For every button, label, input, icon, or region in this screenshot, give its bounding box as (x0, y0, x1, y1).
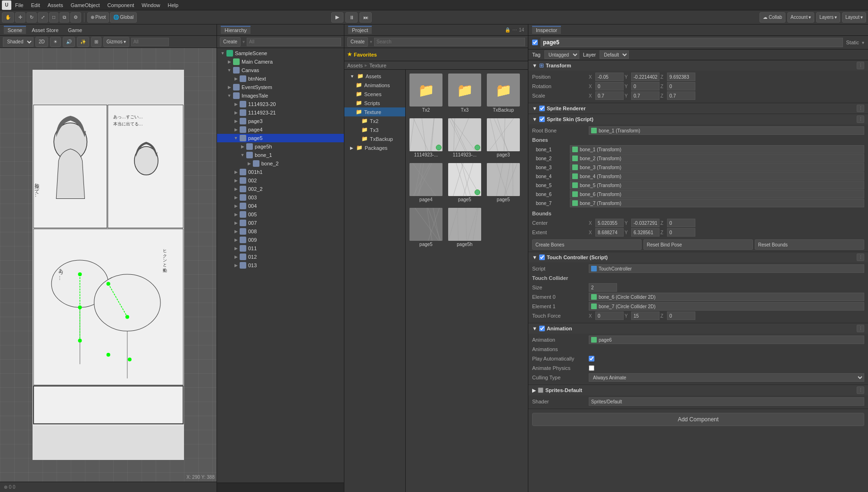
create-bones-btn[interactable]: Create Bones (532, 239, 642, 250)
hierarchy-item-1114923-20[interactable]: ▶1114923-20 (217, 100, 344, 108)
tab-inspector[interactable]: Inspector (532, 26, 561, 34)
shader-ref[interactable]: Sprites/Default (589, 397, 864, 406)
hierarchy-item-013[interactable]: ▶013 (217, 261, 344, 270)
asset-item-page5h[interactable]: page5h (446, 206, 483, 249)
layers-btn[interactable]: Layers ▾ (816, 12, 840, 23)
menu-gameobject[interactable]: GameObject (67, 1, 104, 9)
rotate-tool[interactable]: ↻ (26, 12, 37, 23)
hierarchy-item-1114923-21[interactable]: ▶1114923-21 (217, 108, 344, 117)
animation-enabled[interactable] (539, 326, 545, 331)
hierarchy-search[interactable] (247, 38, 341, 46)
hierarchy-item-002[interactable]: ▶002 (217, 176, 344, 185)
center-z-input[interactable] (667, 219, 695, 227)
sprites-default-header[interactable]: ▶ Sprites-Default ⋮ (528, 385, 868, 395)
scene-grid-btn[interactable]: ⊞ (91, 37, 101, 47)
hierarchy-item-bone-2[interactable]: ▶bone_2 (217, 159, 344, 168)
scene-search[interactable] (131, 38, 169, 46)
account-btn[interactable]: Account ▾ (787, 12, 814, 23)
asset-item-page3[interactable]: page3 (485, 116, 522, 159)
hierarchy-item-007[interactable]: ▶007 (217, 219, 344, 227)
shaded-dropdown[interactable]: Shaded (3, 37, 33, 47)
sprite-renderer-menu-btn[interactable]: ⋮ (857, 105, 864, 112)
play-button[interactable]: ▶ (331, 12, 343, 23)
hierarchy-item-sample-scene[interactable]: ▼SampleScene (217, 49, 344, 57)
pos-y-input[interactable] (631, 73, 659, 81)
sprites-default-menu-btn[interactable]: ⋮ (857, 386, 864, 394)
project-sidebar-assets[interactable]: ▼📁Assets (344, 72, 405, 81)
bone-ref[interactable]: bone_2 (Transform) (570, 154, 864, 163)
asset-item-tx3[interactable]: 📁Tx3 (446, 72, 483, 115)
project-search[interactable] (374, 38, 525, 46)
project-sidebar-tx2[interactable]: 📁Tx2 (344, 116, 405, 125)
2d-btn[interactable]: 2D (35, 37, 48, 47)
bone-ref[interactable]: bone_7 (Transform) (570, 199, 864, 207)
size-input[interactable] (589, 283, 617, 292)
menu-file[interactable]: File (11, 1, 27, 9)
hierarchy-item-bone-1[interactable]: ▼bone_1 (217, 151, 344, 159)
touch-controller-header[interactable]: ▼ Touch Controller (Script) ⋮ (528, 252, 868, 262)
root-bone-ref[interactable]: bone_1 (Transform) (589, 126, 864, 135)
pause-button[interactable]: ⏸ (345, 12, 358, 23)
rot-y-input[interactable] (631, 82, 659, 90)
scene-view[interactable]: 推して… あっ…すごい… 本当に出てる… あっ… ヒクンと動く (0, 48, 217, 482)
sprite-skin-menu-btn[interactable]: ⋮ (857, 115, 864, 123)
transform-menu-btn[interactable]: ⋮ (857, 62, 864, 69)
menu-help[interactable]: Help (164, 1, 182, 9)
scale-tool[interactable]: ⤢ (38, 12, 48, 23)
touch-force-z-input[interactable] (667, 312, 695, 320)
asset-item-page5b[interactable]: page5 (485, 161, 522, 204)
layout-btn[interactable]: Layout ▾ (842, 12, 866, 23)
asset-item-page5[interactable]: page5 (446, 161, 483, 204)
hierarchy-item-002-2[interactable]: ▶002_2 (217, 185, 344, 193)
project-sidebar-animations[interactable]: 📁Animations (344, 81, 405, 90)
animation-menu-btn[interactable]: ⋮ (857, 325, 864, 332)
menu-window[interactable]: Window (138, 1, 164, 9)
scale-y-input[interactable] (631, 91, 659, 100)
hierarchy-item-main-camera[interactable]: ▶Main Camera (217, 57, 344, 66)
sprites-default-enabled[interactable] (538, 387, 543, 393)
element0-ref[interactable]: bone_6 (Circle Collider 2D) (589, 293, 864, 301)
hierarchy-item-page3[interactable]: ▶page3 (217, 117, 344, 125)
project-create-btn[interactable]: Create (347, 37, 368, 47)
asset-item-page5-2[interactable]: page5 (408, 206, 444, 249)
asset-item-1114923-1[interactable]: 1114923-... (408, 116, 444, 159)
project-sidebar-packages[interactable]: ▶📁Packages (344, 143, 405, 152)
sprite-skin-enabled[interactable] (539, 116, 545, 122)
collab-btn[interactable]: ☁ Collab (760, 12, 785, 23)
transform-tool[interactable]: ⧉ (59, 12, 69, 23)
object-enabled-checkbox[interactable] (532, 40, 538, 45)
gizmos-btn[interactable]: Gizmos ▾ (103, 37, 129, 47)
sprite-renderer-enabled[interactable] (539, 106, 545, 111)
hierarchy-create-btn[interactable]: Create (220, 37, 241, 47)
touch-controller-enabled[interactable] (539, 254, 545, 260)
reset-bounds-btn[interactable]: Reset Bounds (755, 239, 864, 250)
element1-ref[interactable]: bone_7 (Circle Collider 2D) (589, 302, 864, 311)
layer-select[interactable]: Default (600, 50, 629, 59)
hand-tool[interactable]: ✋ (2, 12, 14, 23)
add-component-btn[interactable]: Add Component (532, 413, 864, 426)
pos-x-input[interactable] (595, 73, 624, 81)
object-name-field[interactable] (541, 38, 843, 47)
hierarchy-item-003[interactable]: ▶003 (217, 193, 344, 202)
menu-component[interactable]: Component (103, 1, 138, 9)
bone-ref[interactable]: bone_4 (Transform) (570, 172, 864, 180)
global-btn[interactable]: 🌐 Global (110, 12, 137, 23)
hierarchy-item-images-tale[interactable]: ▼ImagesTale (217, 91, 344, 100)
pivot-btn[interactable]: ⊕ Pivot (87, 12, 109, 23)
extent-y-input[interactable] (631, 228, 659, 237)
menu-assets[interactable]: Assets (44, 1, 67, 9)
hierarchy-item-009[interactable]: ▶009 (217, 236, 344, 244)
bone-ref[interactable]: bone_3 (Transform) (570, 163, 864, 172)
asset-item-tx2[interactable]: 📁Tx2 (408, 72, 444, 115)
project-sidebar-txbackup[interactable]: 📁TxBackup (344, 134, 405, 143)
scene-lighting-btn[interactable]: ☀ (50, 37, 61, 47)
project-sidebar-tx3[interactable]: 📁Tx3 (344, 125, 405, 134)
culling-type-select[interactable]: Always Animate (589, 373, 864, 382)
touch-force-x-input[interactable] (595, 312, 624, 320)
breadcrumb-texture[interactable]: Texture (369, 63, 386, 68)
extent-z-input[interactable] (667, 228, 695, 237)
scale-z-input[interactable] (667, 91, 695, 100)
tab-game[interactable]: Game (64, 26, 86, 34)
hierarchy-item-event-system[interactable]: ▶EventSystem (217, 83, 344, 91)
script-ref[interactable]: TouchController (589, 264, 864, 273)
